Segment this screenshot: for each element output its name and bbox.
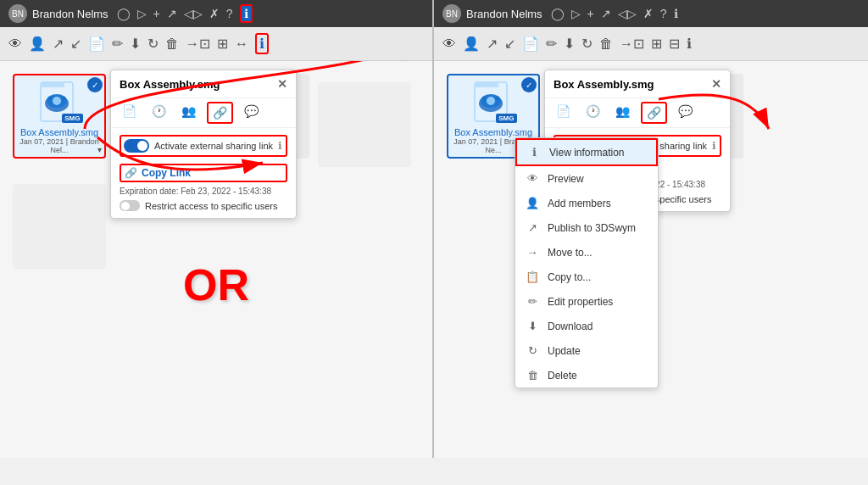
right-toolbar-share[interactable]: ↗	[487, 36, 498, 52]
menu-move[interactable]: → Move to...	[515, 240, 658, 265]
left-close-btn[interactable]: ✕	[277, 77, 287, 91]
toolbar-move[interactable]: →⊡	[186, 36, 210, 52]
right-user-info: BN Brandon Nelms	[442, 4, 542, 23]
nav-icon-1[interactable]: ◯	[117, 7, 131, 20]
toolbar-eye[interactable]: 👁	[8, 36, 22, 52]
left-info-panel-header: Box Assembly.smg ✕	[111, 70, 296, 98]
right-nav-7[interactable]: ?	[660, 7, 667, 20]
nav-icon-6[interactable]: ✗	[209, 7, 220, 20]
right-nav-6[interactable]: ✗	[643, 7, 654, 20]
expiry-text: Expiration date: Feb 23, 2022 - 15:43:38	[120, 187, 287, 196]
right-toolbar: 👁 👤 ↗ ↙ 📄 ✏ ⬇ ↻ 🗑 →⊡ ⊞ ⊟ ℹ	[434, 27, 868, 61]
toolbar-info[interactable]: ℹ	[255, 33, 269, 54]
right-toolbar-download[interactable]: ⬇	[564, 36, 575, 52]
right-toolbar-layout[interactable]: ⊟	[669, 36, 680, 52]
right-toolbar-user[interactable]: 👤	[463, 36, 480, 52]
menu-delete-label: Delete	[548, 370, 577, 382]
toolbar-edit[interactable]: ✏	[112, 36, 123, 52]
right-toolbar-edit[interactable]: ✏	[546, 36, 557, 52]
left-main-file[interactable]: SMG ✓ Box Assembly.smg Jan 07, 2021 | Br…	[13, 74, 106, 159]
toolbar-grid[interactable]: ⊞	[217, 36, 228, 52]
toolbar-user[interactable]: 👤	[29, 36, 46, 52]
right-tab-users[interactable]: 👥	[611, 102, 634, 124]
menu-move-icon: →	[526, 246, 539, 259]
menu-add-members[interactable]: 👤 Add members	[515, 191, 658, 215]
right-smg-icon: SMG	[470, 78, 517, 125]
right-toolbar-move[interactable]: →⊡	[620, 36, 644, 52]
right-tab-document[interactable]: 📄	[552, 102, 575, 124]
svg-rect-1	[41, 82, 64, 87]
right-info-tabs: 📄 🕐 👥 🔗 💬	[545, 98, 730, 128]
left-info-tabs: 📄 🕐 👥 🔗 💬	[111, 98, 296, 128]
right-nav-2[interactable]: ▷	[571, 7, 581, 20]
nav-icon-info[interactable]: ℹ	[240, 4, 253, 23]
menu-preview-label: Preview	[548, 173, 584, 185]
right-nav-info[interactable]: ℹ	[674, 7, 678, 20]
menu-delete-icon: 🗑	[526, 369, 539, 382]
nav-icon-4[interactable]: ↗	[167, 7, 177, 20]
right-nav-1[interactable]: ◯	[551, 7, 565, 20]
restrict-row: Restrict access to specific users	[120, 200, 287, 211]
sharing-toggle-row: Activate external sharing link ℹ	[120, 135, 287, 157]
toolbar-share[interactable]: ↗	[53, 36, 64, 52]
nav-icon-5[interactable]: ◁▷	[184, 7, 203, 20]
svg-point-13	[496, 97, 499, 100]
sharing-toggle[interactable]	[124, 139, 149, 153]
right-nav-3[interactable]: +	[587, 7, 594, 20]
menu-view-info-label: View information	[549, 147, 625, 159]
toolbar-doc[interactable]: 📄	[88, 36, 105, 52]
menu-view-info[interactable]: ℹ View information	[515, 138, 658, 166]
toolbar-download[interactable]: ⬇	[130, 36, 141, 52]
nav-icon-2[interactable]: ▷	[137, 7, 147, 20]
menu-publish-icon: ↗	[526, 221, 539, 234]
sharing-info-icon[interactable]: ℹ	[278, 140, 282, 152]
toolbar-refresh[interactable]: ↻	[147, 36, 159, 52]
svg-point-4	[53, 97, 61, 105]
toolbar-layout[interactable]: ↔	[235, 36, 248, 52]
tab-users[interactable]: 👥	[177, 102, 200, 124]
left-file-dropdown[interactable]: ▾	[97, 145, 102, 154]
right-toolbar-eye[interactable]: 👁	[442, 36, 456, 52]
menu-update[interactable]: ↻ Update	[515, 338, 658, 363]
right-sharing-info-icon[interactable]: ℹ	[712, 140, 716, 152]
tab-link[interactable]: 🔗	[207, 102, 233, 124]
left-file-name: Box Assembly.smg	[20, 127, 98, 137]
right-tab-clock[interactable]: 🕐	[581, 102, 604, 124]
tab-document[interactable]: 📄	[118, 102, 141, 124]
tab-chat[interactable]: 💬	[240, 102, 263, 124]
copy-link-row[interactable]: 🔗 Copy Link	[120, 164, 287, 182]
menu-publish[interactable]: ↗ Publish to 3DSwym	[515, 215, 658, 240]
context-menu: ℹ View information 👁 Preview 👤 Add membe…	[515, 137, 659, 388]
menu-preview[interactable]: 👁 Preview	[515, 166, 658, 191]
right-tab-chat[interactable]: 💬	[674, 102, 697, 124]
right-nav-5[interactable]: ◁▷	[618, 7, 637, 20]
menu-download-icon: ⬇	[526, 320, 539, 332]
menu-edit-props[interactable]: ✏ Edit properties	[515, 289, 658, 314]
right-content: SMG ✓ Box Assembly.smg Jan 07, 2021 | Br…	[434, 61, 868, 458]
menu-copy[interactable]: 📋 Copy to...	[515, 265, 658, 289]
menu-move-label: Move to...	[548, 247, 593, 259]
right-tab-link[interactable]: 🔗	[641, 102, 667, 124]
toolbar-delete[interactable]: 🗑	[165, 36, 179, 52]
right-toolbar-delete[interactable]: 🗑	[599, 36, 613, 52]
toolbar-import[interactable]: ↙	[70, 36, 81, 52]
menu-add-members-label: Add members	[548, 198, 611, 209]
right-user-name: Brandon Nelms	[466, 8, 542, 20]
restrict-toggle[interactable]	[120, 200, 140, 211]
menu-download[interactable]: ⬇ Download	[515, 314, 658, 338]
right-toolbar-info[interactable]: ℹ	[687, 36, 692, 52]
right-toolbar-refresh[interactable]: ↻	[581, 36, 593, 52]
right-file-check: ✓	[521, 77, 537, 92]
tab-clock[interactable]: 🕐	[147, 102, 170, 124]
right-toolbar-import[interactable]: ↙	[504, 36, 515, 52]
right-nav-4[interactable]: ↗	[601, 7, 611, 20]
left-smg-icon: SMG	[36, 78, 83, 125]
nav-icon-3[interactable]: +	[153, 7, 160, 20]
right-toolbar-doc[interactable]: 📄	[522, 36, 539, 52]
right-close-btn[interactable]: ✕	[711, 77, 721, 91]
left-panel: BN Brandon Nelms ◯ ▷ + ↗ ◁▷ ✗ ? ℹ 👁 👤 ↗ …	[0, 0, 434, 458]
menu-delete[interactable]: 🗑 Delete	[515, 363, 658, 387]
right-nav-icons: ◯ ▷ + ↗ ◁▷ ✗ ? ℹ	[551, 7, 678, 20]
right-toolbar-grid[interactable]: ⊞	[651, 36, 662, 52]
nav-icon-7[interactable]: ?	[226, 7, 233, 20]
